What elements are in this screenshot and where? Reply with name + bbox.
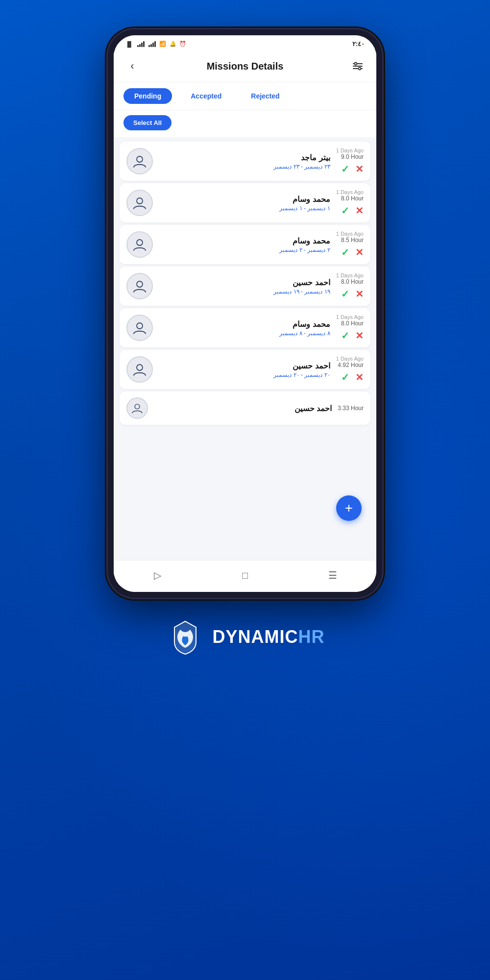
days-ago: 1 Days Ago	[336, 272, 364, 278]
mission-info: احمد حسين ٢٠ ديسمبر - ٢٠ ديسمبر	[159, 361, 330, 378]
mission-info: احمد حسين	[154, 404, 332, 413]
mission-card: محمد وسام ٨ ديسمبر - ٨ ديسمبر 1 Days Ago…	[120, 308, 370, 347]
reject-button[interactable]: ✕	[355, 288, 364, 300]
mission-card: محمد وسام ٢ ديسمبر - ٢ ديسمبر 1 Days Ago…	[120, 225, 370, 264]
action-btns: ✓ ✕	[341, 205, 364, 217]
brand-footer: DYNAMICHR	[166, 617, 325, 657]
mission-meta: 1 Days Ago 9.0 Hour	[336, 147, 364, 160]
svg-point-9	[137, 323, 143, 329]
tab-rejected[interactable]: Rejected	[240, 88, 290, 104]
hours: 9.0 Hour	[336, 153, 364, 160]
mission-date: ٢ ديسمبر - ٢ ديسمبر	[159, 246, 330, 253]
brand-name: DYNAMICHR	[213, 627, 325, 647]
mission-date: ٢٠ ديسمبر - ٢٠ ديسمبر	[159, 371, 330, 378]
mission-meta: 1 Days Ago 8.0 Hour	[336, 189, 364, 202]
signal-bar-2	[148, 41, 156, 47]
mission-name: محمد وسام	[159, 319, 330, 329]
mission-meta: 1 Days Ago 8.0 Hour	[336, 314, 364, 327]
wifi-icon: 📶	[159, 41, 166, 47]
days-ago: 1 Days Ago	[336, 356, 364, 362]
hours: 4.92 Hour	[336, 362, 364, 368]
accept-button[interactable]: ✓	[341, 205, 349, 217]
nav-home[interactable]: □	[235, 565, 255, 585]
reject-button[interactable]: ✕	[355, 163, 364, 175]
mission-actions: 1 Days Ago 8.0 Hour ✓ ✕	[336, 272, 364, 300]
fab-button[interactable]: +	[336, 495, 362, 521]
svg-point-7	[137, 240, 143, 245]
svg-point-6	[137, 198, 143, 204]
action-btns: ✓ ✕	[341, 246, 364, 258]
page-title: Missions Details	[207, 61, 284, 72]
action-btns: ✓ ✕	[341, 371, 364, 383]
app-content: ‹ Missions Details Pending	[114, 50, 376, 592]
mission-info: محمد وسام ١ ديسمبر - ١ ديسمبر	[159, 195, 330, 212]
mission-date: ٢٣ ديسمبر - ٢٣ ديسمبر	[159, 163, 330, 170]
mission-actions: 1 Days Ago 8.0 Hour ✓ ✕	[336, 189, 364, 217]
hours: 8.0 Hour	[336, 278, 364, 285]
missions-list[interactable]: بيتر ماجد ٢٣ ديسمبر - ٢٣ ديسمبر 1 Days A…	[114, 137, 376, 560]
mission-date: ١٩ ديسمبر - ١٩ ديسمبر	[159, 288, 330, 295]
days-ago: 1 Days Ago	[336, 314, 364, 320]
avatar	[126, 397, 148, 419]
tab-pending[interactable]: Pending	[123, 88, 172, 104]
avatar	[126, 148, 153, 174]
mission-date: ٨ ديسمبر - ٨ ديسمبر	[159, 330, 330, 337]
phone-wrapper: ▐▌ 📶	[108, 29, 382, 598]
reject-button[interactable]: ✕	[355, 371, 364, 383]
mission-name: احمد حسين	[159, 278, 330, 287]
mission-name: احمد حسين	[154, 404, 332, 413]
nav-play[interactable]: ▷	[147, 565, 167, 585]
hours: 3.33 Hour	[338, 405, 364, 412]
mission-card-partial: احمد حسين 3.33 Hour	[120, 392, 370, 425]
accept-button[interactable]: ✓	[341, 330, 349, 342]
svg-point-4	[359, 68, 361, 70]
avatar	[126, 273, 153, 299]
accept-button[interactable]: ✓	[341, 288, 349, 300]
mission-info: بيتر ماجد ٢٣ ديسمبر - ٢٣ ديسمبر	[159, 153, 330, 170]
hours: 8.5 Hour	[336, 237, 364, 244]
svg-point-12	[183, 637, 188, 641]
avatar	[126, 231, 153, 258]
mission-card: احمد حسين ٢٠ ديسمبر - ٢٠ ديسمبر 1 Days A…	[120, 350, 370, 389]
mission-date: ١ ديسمبر - ١ ديسمبر	[159, 205, 330, 212]
select-all-bar: Select All	[114, 110, 376, 137]
reject-button[interactable]: ✕	[355, 246, 364, 258]
avatar	[126, 356, 153, 383]
svg-point-11	[135, 404, 140, 409]
hours: 8.0 Hour	[336, 320, 364, 327]
signal-bar-1	[137, 41, 145, 47]
mission-actions: 1 Days Ago 8.5 Hour ✓ ✕	[336, 231, 364, 258]
mission-card: احمد حسين ١٩ ديسمبر - ١٩ ديسمبر 1 Days A…	[120, 267, 370, 306]
mission-meta: 1 Days Ago 8.5 Hour	[336, 231, 364, 244]
tab-accepted[interactable]: Accepted	[180, 88, 232, 104]
days-ago: 1 Days Ago	[336, 231, 364, 237]
select-all-button[interactable]: Select All	[123, 115, 172, 130]
battery-icon: ▐▌	[125, 41, 133, 47]
back-button[interactable]: ‹	[123, 57, 141, 75]
mission-name: بيتر ماجد	[159, 153, 330, 162]
avatar	[126, 190, 153, 216]
action-btns: ✓ ✕	[341, 163, 364, 175]
svg-point-8	[137, 281, 143, 287]
accept-button[interactable]: ✓	[341, 246, 349, 258]
phone-frame: ▐▌ 📶	[108, 29, 382, 598]
accept-button[interactable]: ✓	[341, 163, 349, 175]
svg-point-3	[355, 63, 357, 65]
svg-point-10	[137, 365, 143, 370]
reject-button[interactable]: ✕	[355, 205, 364, 217]
days-ago: 1 Days Ago	[336, 147, 364, 153]
mission-name: محمد وسام	[159, 236, 330, 245]
filter-button[interactable]	[349, 57, 367, 75]
notification-icon: 🔔	[170, 41, 176, 47]
nav-menu[interactable]: ☰	[323, 565, 343, 585]
status-left: ▐▌ 📶	[125, 41, 186, 47]
status-bar: ▐▌ 📶	[114, 35, 376, 50]
days-ago: 1 Days Ago	[336, 189, 364, 195]
bottom-nav: ▷ □ ☰	[114, 560, 376, 592]
alarm-icon: ⏰	[179, 41, 186, 47]
accept-button[interactable]: ✓	[341, 371, 349, 383]
mission-meta: 1 Days Ago 8.0 Hour	[336, 272, 364, 285]
reject-button[interactable]: ✕	[355, 330, 364, 342]
mission-actions: 1 Days Ago 4.92 Hour ✓ ✕	[336, 356, 364, 383]
tabs-container: Pending Accepted Rejected	[114, 82, 376, 110]
